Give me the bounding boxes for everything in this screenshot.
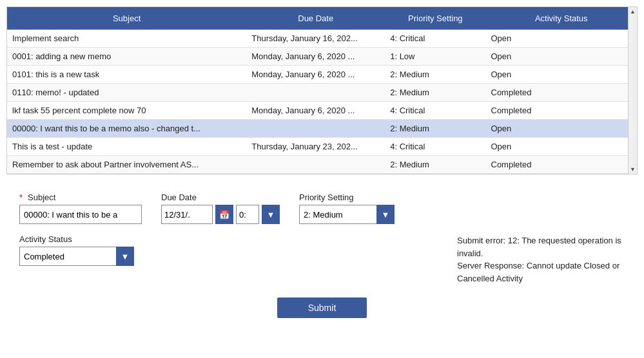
- priority-dropdown-button[interactable]: ▼: [376, 205, 395, 224]
- time-input[interactable]: [236, 205, 259, 224]
- cell-priority: 4: Critical: [385, 138, 485, 156]
- cell-status: Completed: [486, 84, 638, 102]
- cell-due-date: Monday, January 6, 2020 ...: [246, 102, 385, 120]
- cell-subject: 00000: I want this to be a memo also - c…: [7, 120, 246, 138]
- subject-input[interactable]: [19, 205, 142, 224]
- submit-button[interactable]: Submit: [277, 297, 367, 318]
- activity-table: Subject Due Date Priority Setting Activi…: [6, 6, 638, 174]
- col-header-subject: Subject: [7, 7, 246, 30]
- priority-label: Priority Setting: [299, 193, 395, 202]
- due-date-label: Due Date: [161, 193, 280, 202]
- cell-priority: 2: Medium: [385, 66, 485, 84]
- cell-priority: 4: Critical: [385, 30, 485, 48]
- cell-status: Open: [486, 138, 638, 156]
- cell-due-date: [246, 84, 385, 102]
- table-row[interactable]: 0101: this is a new taskMonday, January …: [7, 66, 637, 84]
- submit-section: Submit: [6, 297, 638, 318]
- cell-status: Open: [486, 30, 638, 48]
- cell-status: Open: [486, 66, 638, 84]
- cell-subject: 0001: adding a new memo: [7, 48, 246, 66]
- cell-due-date: Monday, January 6, 2020 ...: [246, 48, 385, 66]
- cell-due-date: Thursday, January 23, 202...: [246, 138, 385, 156]
- cell-status: Completed: [486, 102, 638, 120]
- subject-group: * Subject: [19, 193, 142, 224]
- cell-status: Completed: [486, 156, 638, 174]
- activity-status-dropdown-icon: ▼: [121, 252, 130, 261]
- subject-label: Subject: [28, 193, 55, 202]
- cell-due-date: Thursday, January 16, 202...: [246, 30, 385, 48]
- cell-subject: 0101: this is a new task: [7, 66, 246, 84]
- due-date-group: Due Date 📅 ▼: [161, 193, 280, 224]
- table-row[interactable]: 0110: memo! - updated2: MediumCompleted: [7, 84, 637, 102]
- table-row[interactable]: lkf task 55 percent complete now 70Monda…: [7, 102, 637, 120]
- cell-due-date: [246, 120, 385, 138]
- edit-form: * Subject Due Date 📅 ▼: [6, 186, 638, 291]
- col-header-status: Activity Status: [486, 7, 638, 30]
- table-row[interactable]: 0001: adding a new memoMonday, January 6…: [7, 48, 637, 66]
- col-header-priority: Priority Setting: [385, 7, 485, 30]
- table-row[interactable]: Implement searchThursday, January 16, 20…: [7, 30, 637, 48]
- col-header-duedate: Due Date: [246, 7, 385, 30]
- cell-status: Open: [486, 48, 638, 66]
- calendar-button[interactable]: 📅: [215, 205, 233, 224]
- time-dropdown-button[interactable]: ▼: [262, 205, 280, 224]
- cell-priority: 2: Medium: [385, 156, 485, 174]
- cell-priority: 1: Low: [385, 48, 485, 66]
- activity-status-label: Activity Status: [19, 234, 134, 244]
- cell-subject: Remember to ask about Partner involvemen…: [7, 156, 246, 174]
- priority-input[interactable]: [299, 205, 376, 224]
- activity-status-group: Activity Status ▼: [19, 234, 134, 266]
- table-row[interactable]: Remember to ask about Partner involvemen…: [7, 156, 637, 174]
- activity-status-input[interactable]: [19, 247, 116, 266]
- cell-subject: lkf task 55 percent complete now 70: [7, 102, 246, 120]
- cell-subject: This is a test - update: [7, 138, 246, 156]
- scrollbar[interactable]: [628, 7, 637, 174]
- activity-status-dropdown-button[interactable]: ▼: [116, 247, 134, 266]
- cell-priority: 2: Medium: [385, 84, 485, 102]
- calendar-icon: 📅: [219, 210, 229, 220]
- required-indicator: *: [19, 193, 23, 202]
- error-message: Submit error: 12: The requested operatio…: [457, 234, 625, 285]
- cell-due-date: [246, 156, 385, 174]
- time-dropdown-icon: ▼: [267, 210, 275, 220]
- priority-dropdown-icon: ▼: [382, 210, 390, 220]
- table-row[interactable]: This is a test - updateThursday, January…: [7, 138, 637, 156]
- due-date-input[interactable]: [161, 205, 213, 224]
- cell-due-date: Monday, January 6, 2020 ...: [246, 66, 385, 84]
- cell-subject: 0110: memo! - updated: [7, 84, 246, 102]
- cell-priority: 2: Medium: [385, 120, 485, 138]
- priority-group: Priority Setting ▼: [299, 193, 395, 224]
- cell-status: Open: [486, 120, 638, 138]
- cell-subject: Implement search: [7, 30, 246, 48]
- table-row[interactable]: 00000: I want this to be a memo also - c…: [7, 120, 637, 138]
- cell-priority: 4: Critical: [385, 102, 485, 120]
